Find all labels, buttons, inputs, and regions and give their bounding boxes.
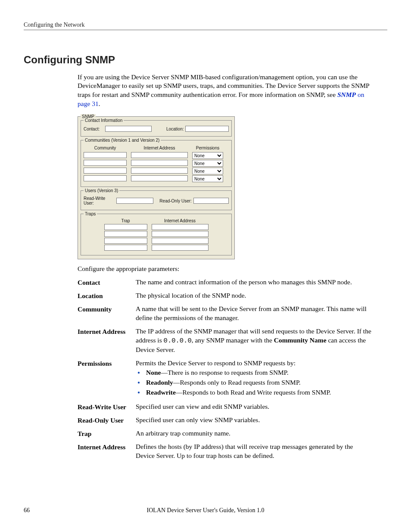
trap-input-2[interactable] [104, 231, 147, 237]
community-row-2: None [84, 160, 229, 167]
trap-input-3[interactable] [104, 238, 147, 244]
ro-user-label: Read-Only User: [159, 199, 193, 203]
running-header: Configuring the Network [24, 22, 387, 30]
term-permissions: Permissions [78, 359, 136, 367]
communities-fieldset: Communities (Version 1 and Version 2) Co… [81, 140, 232, 187]
param-location: Location The physical location of the SN… [78, 291, 372, 300]
def-community: A name that will be sent to the Device S… [136, 305, 372, 323]
param-trap-inet: Internet Address Defines the hosts (by I… [78, 442, 372, 460]
term-trap-inet: Internet Address [78, 442, 136, 451]
def-contact: The name and contract information of the… [136, 278, 372, 287]
communities-legend: Communities (Version 1 and Version 2) [84, 138, 161, 143]
term-ro-user: Read-Only User [78, 416, 136, 424]
perm-readonly-bold: Readonly [146, 379, 173, 386]
snmp-fieldset: SNMP Contact Information Contact: Locati… [78, 116, 235, 259]
community-inet-input-1[interactable] [131, 152, 188, 158]
perm-none-rest: —There is no response to requests from S… [161, 369, 288, 376]
perm-readonly-rest: —Responds only to Read requests from SNM… [173, 379, 301, 386]
col-internet-address: Internet Address [131, 146, 188, 150]
perm-none-bold: None [146, 369, 161, 376]
term-trap: Trap [78, 429, 136, 438]
perm-item-none: None—There is no response to requests fr… [136, 368, 372, 377]
manual-title: IOLAN Device Server User's Guide, Versio… [24, 507, 387, 514]
def-location: The physical location of the SNMP node. [136, 291, 372, 300]
term-rw-user: Read-Write User [78, 402, 136, 411]
def-trap-inet: Defines the hosts (by IP address) that w… [136, 442, 372, 460]
community-perm-select-3[interactable]: None [192, 168, 223, 174]
inet-mid: , any SNMP manager with the [192, 336, 274, 344]
perm-item-readonly: Readonly—Responds only to Read requests … [136, 378, 372, 387]
snmp-dialog: SNMP Contact Information Contact: Locati… [78, 116, 235, 259]
community-input-1[interactable] [84, 152, 127, 158]
col-permissions: Permissions [192, 146, 223, 150]
param-internet-address: Internet Address The IP address of the S… [78, 327, 372, 355]
col-community: Community [84, 146, 127, 150]
param-trap: Trap An arbitrary trap community name. [78, 429, 372, 438]
perm-readwrite-bold: Readwrite [146, 389, 176, 396]
users-fieldset: Users (Version 3) Read-Write User: Read-… [81, 190, 232, 210]
community-row-4: None [84, 175, 229, 182]
param-contact: Contact The name and contract informatio… [78, 278, 372, 287]
trap-input-4[interactable] [104, 245, 147, 251]
xref-text: SNMP [337, 91, 356, 98]
community-input-3[interactable] [84, 168, 127, 174]
perm-readwrite-rest: —Responds to both Read and Write request… [176, 389, 331, 396]
intro-tail: . [99, 100, 100, 107]
trap-inet-input-2[interactable] [152, 231, 209, 237]
def-rw-user: Specified user can view and edit SNMP va… [136, 402, 372, 411]
trap-inet-input-1[interactable] [152, 224, 209, 230]
rw-user-label: Read-Write User: [84, 196, 116, 205]
community-inet-input-2[interactable] [131, 160, 188, 166]
users-legend: Users (Version 3) [84, 188, 119, 193]
perm-lead: Permits the Device Server to respond to … [136, 359, 296, 367]
contact-label: Contact: [84, 127, 105, 131]
def-ro-user: Specified user can only view SNMP variab… [136, 416, 372, 425]
community-perm-select-1[interactable]: None [192, 152, 223, 159]
param-permissions: Permissions Permits the Device Server to… [78, 359, 372, 398]
ro-user-input[interactable] [193, 198, 229, 204]
def-permissions: Permits the Device Server to respond to … [136, 359, 372, 398]
inet-bold: Community Name [274, 336, 327, 344]
trap-inet-input-3[interactable] [152, 238, 209, 244]
page-footer: 66 IOLAN Device Server User's Guide, Ver… [24, 507, 387, 514]
term-location: Location [78, 291, 136, 300]
location-label: Location: [159, 127, 185, 131]
community-input-2[interactable] [84, 160, 127, 166]
params-list: Contact The name and contract informatio… [78, 278, 372, 460]
community-inet-input-4[interactable] [131, 175, 188, 181]
def-internet-address: The IP address of the SNMP manager that … [136, 327, 372, 355]
rw-user-input[interactable] [116, 198, 153, 204]
community-input-4[interactable] [84, 175, 127, 181]
term-community: Community [78, 305, 136, 313]
trap-inet-input-4[interactable] [152, 245, 209, 251]
perm-item-readwrite: Readwrite—Responds to both Read and Writ… [136, 388, 372, 397]
community-perm-select-4[interactable]: None [192, 175, 223, 182]
contact-info-fieldset: Contact Information Contact: Location: [81, 120, 232, 137]
intro-text: If you are using the Device Server SNMP … [78, 73, 369, 99]
location-input[interactable] [185, 126, 229, 132]
col-trap-inet: Internet Address [152, 218, 209, 223]
param-rw-user: Read-Write User Specified user can view … [78, 402, 372, 411]
param-community: Community A name that will be sent to th… [78, 305, 372, 323]
def-trap: An arbitrary trap community name. [136, 429, 372, 438]
params-intro: Configure the appropriate parameters: [78, 264, 372, 274]
inet-addr: 0.0.0.0 [164, 337, 192, 345]
contact-input[interactable] [105, 126, 152, 132]
contact-info-legend: Contact Information [84, 118, 124, 123]
term-internet-address: Internet Address [78, 327, 136, 336]
community-row-1: None [84, 152, 229, 159]
page-title: Configuring SNMP [24, 54, 387, 66]
community-inet-input-3[interactable] [131, 168, 188, 174]
community-perm-select-2[interactable]: None [192, 160, 223, 167]
term-contact: Contact [78, 278, 136, 286]
param-ro-user: Read-Only User Specified user can only v… [78, 416, 372, 425]
community-row-3: None [84, 168, 229, 174]
traps-legend: Traps [84, 212, 97, 216]
col-trap: Trap [104, 218, 147, 223]
trap-input-1[interactable] [104, 224, 147, 230]
traps-fieldset: Traps Trap Internet Address [81, 214, 232, 255]
intro-paragraph: If you are using the Device Server SNMP … [78, 73, 372, 109]
